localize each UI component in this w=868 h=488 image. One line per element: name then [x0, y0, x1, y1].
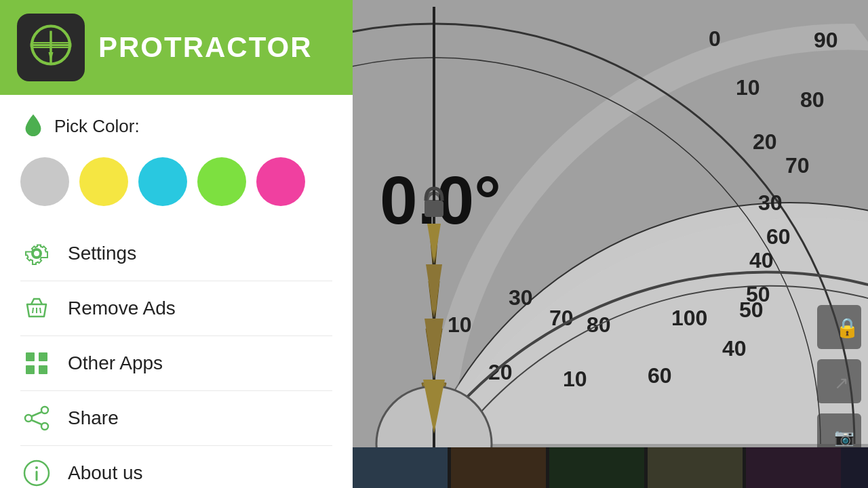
content-area: Pick Color: Settings — [0, 95, 353, 488]
color-cyan[interactable] — [138, 157, 187, 206]
svg-text:40: 40 — [722, 336, 747, 361]
svg-text:60: 60 — [648, 363, 672, 388]
svg-text:20: 20 — [753, 129, 777, 154]
svg-point-11 — [41, 407, 48, 413]
svg-point-18 — [35, 466, 38, 469]
other-apps-label: Other Apps — [68, 352, 163, 374]
menu-item-about[interactable]: About us — [20, 446, 332, 488]
svg-text:📷: 📷 — [834, 427, 854, 447]
svg-text:10: 10 — [448, 312, 472, 337]
app-header: PROTRACTOR — [0, 0, 353, 95]
svg-line-4 — [33, 308, 33, 313]
svg-rect-67 — [746, 447, 841, 488]
color-circles — [20, 157, 332, 206]
svg-text:60: 60 — [766, 224, 791, 249]
app-title: PROTRACTOR — [98, 31, 313, 64]
protractor-svg: 0 10 20 30 40 50 90 80 70 60 50 40 100 8… — [353, 0, 868, 488]
svg-text:10: 10 — [736, 75, 760, 100]
svg-text:70: 70 — [785, 153, 810, 178]
svg-line-14 — [32, 412, 41, 416]
protractor-panel[interactable]: 0 10 20 30 40 50 90 80 70 60 50 40 100 8… — [353, 0, 868, 488]
svg-rect-63 — [353, 447, 448, 488]
svg-rect-55 — [425, 201, 443, 217]
svg-marker-2 — [49, 52, 54, 62]
svg-text:90: 90 — [814, 28, 838, 52]
svg-line-15 — [32, 420, 41, 424]
menu-item-settings[interactable]: Settings — [20, 226, 332, 281]
color-green[interactable] — [197, 157, 246, 206]
menu-item-remove-ads[interactable]: Remove Ads — [20, 281, 332, 336]
svg-text:0: 0 — [709, 26, 721, 51]
info-icon — [20, 457, 53, 488]
svg-text:🔒: 🔒 — [835, 317, 859, 339]
svg-rect-7 — [26, 352, 35, 361]
menu-list: Settings Remove Ads — [20, 226, 332, 488]
basket-icon — [20, 292, 53, 325]
pick-color-label: Pick Color: — [54, 116, 140, 137]
svg-rect-65 — [549, 447, 644, 488]
svg-rect-64 — [451, 447, 546, 488]
about-label: About us — [68, 462, 143, 484]
gear-icon — [20, 237, 53, 270]
svg-text:10: 10 — [563, 367, 587, 391]
color-pink[interactable] — [256, 157, 305, 206]
svg-text:↗: ↗ — [834, 373, 849, 393]
color-yellow[interactable] — [79, 157, 128, 206]
settings-label: Settings — [68, 243, 136, 264]
pick-color-row: Pick Color: — [20, 112, 332, 140]
svg-point-13 — [41, 423, 48, 430]
svg-line-6 — [40, 308, 41, 313]
svg-rect-68 — [841, 447, 868, 488]
left-panel: PROTRACTOR Pick Color: — [0, 0, 353, 488]
share-icon — [20, 402, 53, 434]
remove-ads-label: Remove Ads — [68, 298, 176, 319]
grid-icon — [20, 347, 53, 380]
menu-item-other-apps[interactable]: Other Apps — [20, 336, 332, 391]
svg-rect-66 — [648, 447, 743, 488]
svg-rect-10 — [39, 365, 47, 374]
menu-item-share[interactable]: Share — [20, 391, 332, 446]
app-icon — [17, 14, 85, 81]
svg-text:40: 40 — [749, 248, 774, 272]
share-label: Share — [68, 407, 119, 429]
droplet-icon — [20, 112, 46, 140]
svg-rect-9 — [26, 365, 35, 374]
svg-point-12 — [25, 415, 32, 422]
svg-text:30: 30 — [758, 190, 783, 215]
svg-rect-8 — [39, 352, 47, 361]
svg-text:100: 100 — [671, 306, 707, 330]
color-gray[interactable] — [20, 157, 69, 206]
svg-text:30: 30 — [509, 285, 533, 310]
svg-text:80: 80 — [800, 87, 825, 112]
